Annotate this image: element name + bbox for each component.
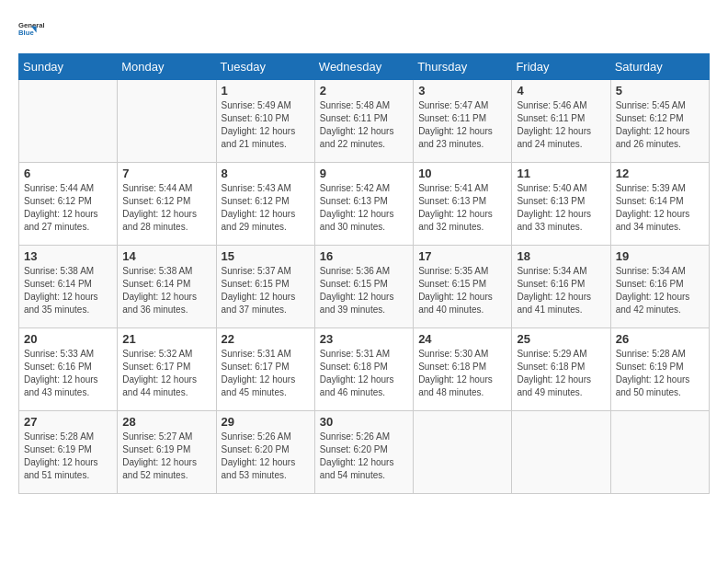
day-info: Sunrise: 5:27 AMSunset: 6:19 PMDaylight:…: [122, 431, 210, 482]
day-info: Sunrise: 5:41 AMSunset: 6:13 PMDaylight:…: [418, 182, 506, 234]
day-info: Sunrise: 5:44 AMSunset: 6:12 PMDaylight:…: [122, 182, 210, 234]
calendar-day-cell: 27Sunrise: 5:28 AMSunset: 6:19 PMDayligh…: [19, 411, 118, 494]
day-number: 8: [222, 167, 310, 180]
logo-icon: GeneralBlue: [18, 18, 44, 44]
calendar-day-cell: 12Sunrise: 5:39 AMSunset: 6:14 PMDayligh…: [610, 163, 709, 246]
day-number: 14: [122, 249, 210, 263]
day-of-week-header: Sunday: [19, 54, 118, 80]
day-number: 18: [517, 249, 605, 263]
calendar-day-cell: 8Sunrise: 5:43 AMSunset: 6:12 PMDaylight…: [216, 163, 314, 246]
calendar-day-cell: 2Sunrise: 5:48 AMSunset: 6:11 PMDaylight…: [314, 80, 413, 163]
day-number: 21: [122, 332, 210, 346]
day-info: Sunrise: 5:37 AMSunset: 6:15 PMDaylight:…: [222, 265, 310, 316]
calendar-day-cell: [19, 80, 118, 163]
day-number: 25: [517, 332, 605, 346]
calendar-day-cell: 25Sunrise: 5:29 AMSunset: 6:18 PMDayligh…: [512, 328, 610, 411]
calendar-day-cell: 1Sunrise: 5:49 AMSunset: 6:10 PMDaylight…: [216, 80, 314, 163]
svg-text:General: General: [18, 21, 44, 29]
day-of-week-header: Thursday: [414, 54, 512, 80]
calendar-day-cell: 22Sunrise: 5:31 AMSunset: 6:17 PMDayligh…: [216, 328, 314, 411]
calendar-day-cell: 13Sunrise: 5:38 AMSunset: 6:14 PMDayligh…: [19, 246, 118, 328]
calendar-header-row: SundayMondayTuesdayWednesdayThursdayFrid…: [19, 54, 710, 80]
day-number: 7: [122, 167, 210, 180]
calendar-day-cell: 24Sunrise: 5:30 AMSunset: 6:18 PMDayligh…: [414, 328, 512, 411]
day-number: 12: [616, 167, 704, 180]
calendar-day-cell: 6Sunrise: 5:44 AMSunset: 6:12 PMDaylight…: [19, 163, 118, 246]
calendar-day-cell: 20Sunrise: 5:33 AMSunset: 6:16 PMDayligh…: [19, 328, 118, 411]
day-info: Sunrise: 5:32 AMSunset: 6:17 PMDaylight:…: [122, 348, 210, 399]
calendar-table: SundayMondayTuesdayWednesdayThursdayFrid…: [18, 53, 710, 494]
day-info: Sunrise: 5:45 AMSunset: 6:12 PMDaylight:…: [616, 99, 704, 151]
day-of-week-header: Wednesday: [314, 54, 413, 80]
day-info: Sunrise: 5:43 AMSunset: 6:12 PMDaylight:…: [222, 182, 310, 234]
day-number: 16: [320, 249, 408, 263]
day-info: Sunrise: 5:26 AMSunset: 6:20 PMDaylight:…: [320, 431, 408, 482]
calendar-week-row: 6Sunrise: 5:44 AMSunset: 6:12 PMDaylight…: [19, 163, 710, 246]
calendar-day-cell: 19Sunrise: 5:34 AMSunset: 6:16 PMDayligh…: [610, 246, 709, 328]
calendar-day-cell: 7Sunrise: 5:44 AMSunset: 6:12 PMDaylight…: [118, 163, 216, 246]
calendar-day-cell: 15Sunrise: 5:37 AMSunset: 6:15 PMDayligh…: [216, 246, 314, 328]
day-info: Sunrise: 5:28 AMSunset: 6:19 PMDaylight:…: [24, 431, 112, 482]
calendar-day-cell: 28Sunrise: 5:27 AMSunset: 6:19 PMDayligh…: [118, 411, 216, 494]
day-number: 29: [222, 415, 310, 429]
calendar-day-cell: 4Sunrise: 5:46 AMSunset: 6:11 PMDaylight…: [512, 80, 610, 163]
day-info: Sunrise: 5:40 AMSunset: 6:13 PMDaylight:…: [517, 182, 605, 234]
day-number: 10: [418, 167, 506, 180]
calendar-day-cell: 3Sunrise: 5:47 AMSunset: 6:11 PMDaylight…: [414, 80, 512, 163]
day-number: 24: [418, 332, 506, 346]
day-of-week-header: Tuesday: [216, 54, 314, 80]
day-number: 23: [320, 332, 408, 346]
day-info: Sunrise: 5:36 AMSunset: 6:15 PMDaylight:…: [320, 265, 408, 316]
day-info: Sunrise: 5:38 AMSunset: 6:14 PMDaylight:…: [122, 265, 210, 316]
day-number: 9: [320, 167, 408, 180]
day-of-week-header: Friday: [512, 54, 610, 80]
day-info: Sunrise: 5:42 AMSunset: 6:13 PMDaylight:…: [320, 182, 408, 234]
svg-text:Blue: Blue: [18, 29, 34, 37]
day-info: Sunrise: 5:47 AMSunset: 6:11 PMDaylight:…: [418, 99, 506, 151]
day-info: Sunrise: 5:38 AMSunset: 6:14 PMDaylight:…: [24, 265, 112, 316]
calendar-week-row: 27Sunrise: 5:28 AMSunset: 6:19 PMDayligh…: [19, 411, 710, 494]
day-number: 13: [24, 249, 112, 263]
day-info: Sunrise: 5:44 AMSunset: 6:12 PMDaylight:…: [24, 182, 112, 234]
calendar-day-cell: 29Sunrise: 5:26 AMSunset: 6:20 PMDayligh…: [216, 411, 314, 494]
calendar-week-row: 20Sunrise: 5:33 AMSunset: 6:16 PMDayligh…: [19, 328, 710, 411]
day-of-week-header: Saturday: [610, 54, 709, 80]
day-number: 5: [616, 84, 704, 98]
day-info: Sunrise: 5:39 AMSunset: 6:14 PMDaylight:…: [616, 182, 704, 234]
day-number: 15: [222, 249, 310, 263]
calendar-day-cell: 23Sunrise: 5:31 AMSunset: 6:18 PMDayligh…: [314, 328, 413, 411]
day-number: 4: [517, 84, 605, 98]
day-number: 27: [24, 415, 112, 429]
day-number: 20: [24, 332, 112, 346]
day-info: Sunrise: 5:30 AMSunset: 6:18 PMDaylight:…: [418, 348, 506, 399]
day-info: Sunrise: 5:28 AMSunset: 6:19 PMDaylight:…: [616, 348, 704, 399]
day-of-week-header: Monday: [118, 54, 216, 80]
day-number: 3: [418, 84, 506, 98]
day-info: Sunrise: 5:49 AMSunset: 6:10 PMDaylight:…: [222, 99, 310, 151]
day-number: 19: [616, 249, 704, 263]
day-number: 28: [122, 415, 210, 429]
day-info: Sunrise: 5:29 AMSunset: 6:18 PMDaylight:…: [517, 348, 605, 399]
calendar-week-row: 13Sunrise: 5:38 AMSunset: 6:14 PMDayligh…: [19, 246, 710, 328]
day-number: 17: [418, 249, 506, 263]
calendar-day-cell: 17Sunrise: 5:35 AMSunset: 6:15 PMDayligh…: [414, 246, 512, 328]
calendar-week-row: 1Sunrise: 5:49 AMSunset: 6:10 PMDaylight…: [19, 80, 710, 163]
calendar-day-cell: 10Sunrise: 5:41 AMSunset: 6:13 PMDayligh…: [414, 163, 512, 246]
calendar-day-cell: 9Sunrise: 5:42 AMSunset: 6:13 PMDaylight…: [314, 163, 413, 246]
header: GeneralBlue: [18, 18, 710, 44]
day-info: Sunrise: 5:34 AMSunset: 6:16 PMDaylight:…: [616, 265, 704, 316]
calendar-day-cell: [610, 411, 709, 494]
calendar-day-cell: [118, 80, 216, 163]
day-info: Sunrise: 5:35 AMSunset: 6:15 PMDaylight:…: [418, 265, 506, 316]
day-number: 30: [320, 415, 408, 429]
day-info: Sunrise: 5:48 AMSunset: 6:11 PMDaylight:…: [320, 99, 408, 151]
day-number: 6: [24, 167, 112, 180]
calendar-day-cell: 26Sunrise: 5:28 AMSunset: 6:19 PMDayligh…: [610, 328, 709, 411]
calendar-day-cell: 30Sunrise: 5:26 AMSunset: 6:20 PMDayligh…: [314, 411, 413, 494]
logo: GeneralBlue: [18, 18, 44, 44]
day-info: Sunrise: 5:31 AMSunset: 6:17 PMDaylight:…: [222, 348, 310, 399]
calendar-day-cell: 14Sunrise: 5:38 AMSunset: 6:14 PMDayligh…: [118, 246, 216, 328]
day-info: Sunrise: 5:46 AMSunset: 6:11 PMDaylight:…: [517, 99, 605, 151]
calendar-day-cell: 21Sunrise: 5:32 AMSunset: 6:17 PMDayligh…: [118, 328, 216, 411]
day-info: Sunrise: 5:31 AMSunset: 6:18 PMDaylight:…: [320, 348, 408, 399]
